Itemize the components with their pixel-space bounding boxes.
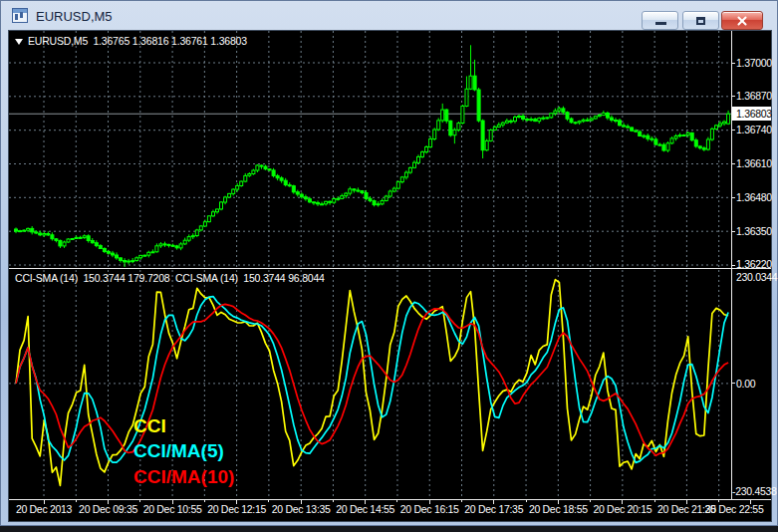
legend-cci-ma10: CCI/MA(10) [133,466,234,488]
time-axis-label: 20 Dec 17:35 [459,503,529,515]
price-axis-label: 1.37000 [736,57,772,69]
close-icon [736,15,748,27]
ohlc-text: EURUSD,M5 1.36765 1.36816 1.36761 1.3680… [28,35,247,47]
minimize-icon [655,22,666,25]
screen: EURUSD,M5 EURUSD,M5 1.36765 1.36816 1.36… [0,0,778,532]
current-price-label: 1.36803 [732,107,771,121]
price-axis-label: 1.36220 [736,258,772,270]
price-axis-label: 1.36740 [736,124,772,135]
time-axis-label: 20 Dec 09:35 [74,503,143,515]
price-axis-label: 1.36480 [736,191,772,203]
indicator-min-label: -230.4538 [732,485,777,497]
time-axis-label: 20 Dec 14:55 [331,503,400,515]
time-axis-label: 20 Dec 10:55 [137,503,207,515]
workspace-background [0,526,778,532]
time-axis-label: 20 Dec 13:35 [266,503,336,515]
price-axis-label: 1.36870 [736,90,772,102]
chart-window: EURUSD,M5 EURUSD,M5 1.36765 1.36816 1.36… [0,0,778,526]
minimize-button[interactable] [642,11,678,30]
symbol-ohlc-overlay: EURUSD,M5 1.36765 1.36816 1.36761 1.3680… [15,35,247,47]
time-axis-label: 20 Dec 20:15 [588,503,657,515]
restore-button[interactable] [682,11,719,30]
window-title: EURUSD,M5 [36,9,113,24]
time-axis-label: 20 Dec 2013 [9,503,79,515]
indicator-zero-label: 0.00 [736,378,755,390]
time-axis-label: 20 Dec 12:15 [202,503,272,515]
price-axis-label: 1.36610 [736,157,772,169]
close-button[interactable] [721,11,763,30]
chart-client-area: EURUSD,M5 1.36765 1.36816 1.36761 1.3680… [9,31,771,521]
restore-icon [696,17,705,25]
time-axis-label: 20 Dec 22:55 [699,503,769,515]
indicator-header: CCI-SMA (14) 150.3744 179.7208 CCI-SMA (… [15,272,325,284]
titlebar[interactable]: EURUSD,M5 [1,1,777,31]
chart-window-icon [12,8,28,23]
legend-cci: CCI [133,415,166,437]
dropdown-triangle-icon [15,39,23,45]
time-axis[interactable]: 20 Dec 201320 Dec 09:3520 Dec 10:5520 De… [9,499,771,521]
price-axis-label: 1.36350 [736,225,772,237]
indicator-max-label: 230.0344 [736,271,777,283]
price-axis[interactable]: 1.36803 230.0344 0.00 -230.4538 1.370001… [732,31,771,499]
legend-cci-ma5: CCI/MA(5) [133,440,224,462]
time-axis-label: 20 Dec 18:55 [523,503,593,515]
time-axis-label: 20 Dec 16:15 [394,503,464,515]
